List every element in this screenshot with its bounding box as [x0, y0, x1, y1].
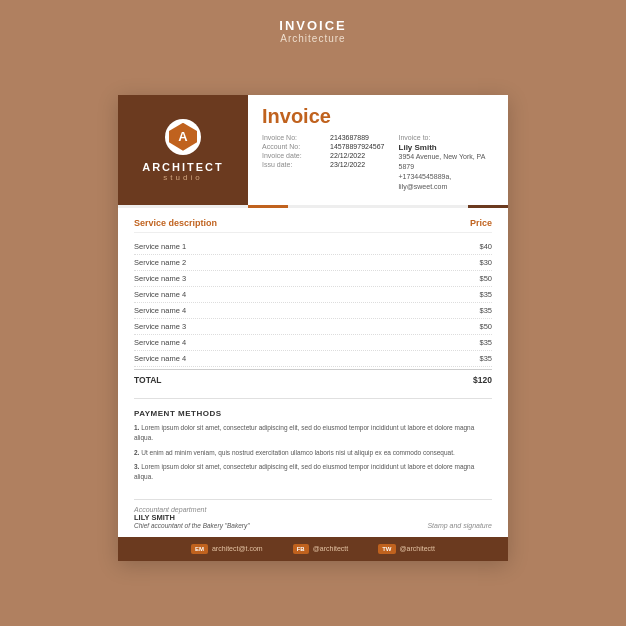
total-row: TOTAL $120: [134, 369, 492, 388]
service-price: $50: [479, 274, 492, 283]
payment-section: PAYMENT METHODS 1. Lorem ipsum dolor sit…: [118, 403, 508, 495]
service-price: $50: [479, 322, 492, 331]
payment-item: 2. Ut enim ad minim veniam, quis nostrud…: [134, 448, 492, 458]
invoice-date-value: 22/12/2022: [330, 152, 365, 159]
service-name: Service name 3: [134, 274, 186, 283]
payment-item: 3. Lorem ipsum dolor sit amet, consectet…: [134, 462, 492, 482]
services-section: Service description Price Service name 1…: [118, 208, 508, 394]
service-row: Service name 2$30: [134, 255, 492, 271]
services-col-price: Price: [470, 218, 492, 228]
accountant-role: Chief accountant of the Bakery "Bakery": [134, 522, 250, 529]
service-name: Service name 4: [134, 306, 186, 315]
footer-item: FB@architectt: [293, 544, 349, 554]
service-name: Service name 4: [134, 290, 186, 299]
invoice-no-label: Invoice No:: [262, 134, 330, 141]
header-divider: [118, 205, 508, 208]
invoice-info-area: Invoice Invoice No: 2143687889 Account N…: [248, 95, 508, 205]
total-value: $120: [473, 375, 492, 385]
footer-item: EMarchitect@t.com: [191, 544, 263, 554]
total-label: TOTAL: [134, 375, 162, 385]
invoice-document: A ARCHITECT studio Invoice Invoice No: 2…: [118, 95, 508, 561]
issue-date-label: Issu date:: [262, 161, 330, 168]
doc-footer: EMarchitect@t.comFB@architecttTW@archite…: [118, 537, 508, 561]
meta-left: Invoice No: 2143687889 Account No: 14578…: [262, 134, 385, 191]
service-price: $35: [479, 354, 492, 363]
page-title-area: INVOICE Architecture: [279, 18, 346, 44]
service-row: Service name 4$35: [134, 303, 492, 319]
account-no-row: Account No: 14578897924567: [262, 143, 385, 150]
logo-name: ARCHITECT: [142, 161, 224, 173]
issue-date-row: Issu date: 23/12/2022: [262, 161, 385, 168]
section-divider: [134, 398, 492, 399]
client-address: 3954 Avenue, New York, PA 5879: [399, 152, 494, 172]
service-row: Service name 4$35: [134, 287, 492, 303]
invoice-to-label: Invoice to:: [399, 134, 494, 141]
doc-header: A ARCHITECT studio Invoice Invoice No: 2…: [118, 95, 508, 205]
payment-title: PAYMENT METHODS: [134, 409, 492, 418]
service-price: $40: [479, 242, 492, 251]
footer-item: TW@architectt: [378, 544, 435, 554]
footer-text: @architectt: [400, 545, 436, 552]
service-price: $35: [479, 306, 492, 315]
service-row: Service name 4$35: [134, 351, 492, 367]
logo-icon: A: [165, 119, 201, 155]
footer-badge: EM: [191, 544, 208, 554]
logo-area: A ARCHITECT studio: [118, 95, 248, 205]
invoice-no-row: Invoice No: 2143687889: [262, 134, 385, 141]
payment-items: 1. Lorem ipsum dolor sit amet, consectet…: [134, 423, 492, 482]
logo-letter: A: [178, 129, 187, 144]
account-no-value: 14578897924567: [330, 143, 385, 150]
payment-item: 1. Lorem ipsum dolor sit amet, consectet…: [134, 423, 492, 443]
invoice-no-value: 2143687889: [330, 134, 369, 141]
service-price: $30: [479, 258, 492, 267]
page-title: INVOICE: [279, 18, 346, 33]
service-row: Service name 3$50: [134, 271, 492, 287]
client-name: Lily Smith: [399, 143, 494, 152]
footer-badge: FB: [293, 544, 309, 554]
service-name: Service name 1: [134, 242, 186, 251]
footer-items: EMarchitect@t.comFB@architecttTW@archite…: [191, 544, 435, 554]
logo-icon-inner: A: [169, 123, 197, 151]
invoice-date-row: Invoice date: 22/12/2022: [262, 152, 385, 159]
page-subtitle: Architecture: [279, 33, 346, 44]
logo-sub: studio: [163, 173, 202, 182]
service-row: Service name 3$50: [134, 319, 492, 335]
service-name: Service name 3: [134, 322, 186, 331]
signature-section: Accountant department LILY SMITH Chief a…: [134, 499, 492, 537]
service-rows: Service name 1$40Service name 2$30Servic…: [134, 239, 492, 367]
service-row: Service name 1$40: [134, 239, 492, 255]
footer-text: @architectt: [313, 545, 349, 552]
services-col-desc: Service description: [134, 218, 217, 228]
service-name: Service name 4: [134, 338, 186, 347]
service-price: $35: [479, 290, 492, 299]
service-name: Service name 4: [134, 354, 186, 363]
services-header: Service description Price: [134, 218, 492, 233]
accountant-info: Accountant department LILY SMITH Chief a…: [134, 506, 250, 529]
accountant-dept: Accountant department: [134, 506, 250, 513]
meta-right: Invoice to: Lily Smith 3954 Avenue, New …: [399, 134, 494, 191]
invoice-meta: Invoice No: 2143687889 Account No: 14578…: [262, 134, 494, 191]
stamp-area: Stamp and signature: [427, 522, 492, 529]
account-no-label: Account No:: [262, 143, 330, 150]
accountant-name: LILY SMITH: [134, 513, 250, 522]
invoice-title: Invoice: [262, 105, 494, 128]
invoice-date-label: Invoice date:: [262, 152, 330, 159]
service-name: Service name 2: [134, 258, 186, 267]
issue-date-value: 23/12/2022: [330, 161, 365, 168]
client-contact: +17344545889a, lily@sweet.com: [399, 172, 494, 192]
service-row: Service name 4$35: [134, 335, 492, 351]
footer-badge: TW: [378, 544, 395, 554]
footer-text: architect@t.com: [212, 545, 263, 552]
service-price: $35: [479, 338, 492, 347]
